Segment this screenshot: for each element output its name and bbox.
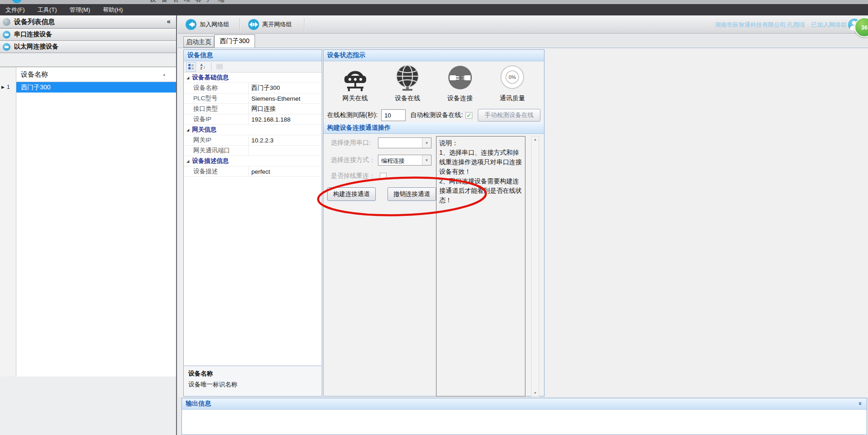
property-row[interactable]: 网关通讯端口 <box>184 146 322 156</box>
connect-mode-label: 选择连接方式： <box>331 156 378 164</box>
reconnect-row: 是否掉线重连： <box>331 172 387 180</box>
note-title: 说明： <box>439 138 522 148</box>
device-info-panel: 设备信息 AZ↓ <box>183 49 322 396</box>
online-detection-row: 在线检测间隔(秒): 自动检测设备在线: ✓ 手动检测设备在线 <box>327 108 541 122</box>
serial-device-icon <box>3 31 10 39</box>
device-name-column-header[interactable]: 设备名称 <box>16 67 176 82</box>
window-title: 设备管理客户端 <box>150 0 229 4</box>
build-channel-button[interactable]: 构建连接通道 <box>327 187 376 201</box>
leave-network-group-button[interactable]: 离开网络组 <box>244 18 295 31</box>
current-row-marker-icon: ▶ <box>1 85 5 89</box>
property-category[interactable]: ◢ 设备描述信息 <box>184 156 322 166</box>
serial-port-combobox[interactable]: ▼ <box>378 137 432 148</box>
collapse-triangle-icon[interactable]: ◢ <box>186 159 189 163</box>
ethernet-device-icon <box>3 43 10 51</box>
categorized-view-icon[interactable] <box>186 62 196 72</box>
row-gutter-cell: ▶ 1 <box>0 82 16 93</box>
note-line-1: 1、选择串口、连接方式和掉线重连操作选项只对串口连接设备有效！ <box>439 148 522 176</box>
collapse-sidebar-button[interactable]: « <box>167 17 171 25</box>
sidebar-header-label: 设备列表信息 <box>14 18 55 26</box>
row-indicator-gutter <box>0 67 16 376</box>
toolbar-separator <box>240 18 240 31</box>
network-joined-label: 已加入网络组 <box>811 21 847 29</box>
property-category[interactable]: ◢ 设备基础信息 <box>184 73 322 83</box>
property-category[interactable]: ◢ 网关信息 <box>184 125 322 135</box>
property-row[interactable]: 设备名称 西门子300 <box>184 83 322 93</box>
note-line-2: 2、网口连接设备需要构建连接通道后才能看到是否在线状态！ <box>439 176 522 205</box>
window-titlebar: 设备管理客户端 <box>0 0 868 4</box>
alphabetical-sort-icon[interactable]: AZ↓ <box>198 62 208 72</box>
toolbar-separator <box>211 63 211 71</box>
output-content <box>182 410 867 434</box>
device-table: 设备名称 ▲ ▶ 1 西门子300 <box>0 67 176 376</box>
scroll-down-icon[interactable]: ▼ <box>532 391 539 395</box>
connect-mode-combobox[interactable]: 编程连接 ▼ <box>378 155 432 166</box>
device-list-icon <box>3 18 10 26</box>
join-network-group-button[interactable]: 加入网络组 <box>181 18 233 31</box>
tab-content: 设备信息 AZ↓ <box>178 48 868 397</box>
quality-gauge-icon: 0% <box>498 64 526 92</box>
collapse-triangle-icon[interactable]: ◢ <box>186 128 189 132</box>
channel-buttons-row: 构建连接通道 撤销连接通道 <box>327 187 436 201</box>
indicator-device-connected: 设备连接 <box>435 62 485 112</box>
tab-home[interactable]: 启动主页 <box>183 36 214 48</box>
interval-label: 在线检测间隔(秒): <box>327 111 378 119</box>
menu-bar: 文件(F) 工具(T) 管理(M) 帮助(H) <box>0 4 868 15</box>
leave-network-icon <box>248 19 260 30</box>
chevron-down-icon[interactable]: ▼ <box>422 155 431 165</box>
tab-device[interactable]: 西门子300 <box>214 34 255 48</box>
output-panel: 输出信息 » <box>181 398 867 435</box>
property-row[interactable]: 网关IP 10.2.2.3 <box>184 135 322 146</box>
application-window: 设备管理客户端 文件(F) 工具(T) 管理(M) 帮助(H) 设备列表信息 «… <box>0 0 868 435</box>
company-user-label: 湖南华辰智通科技有限公司:孔雨绵 <box>715 21 805 29</box>
serial-port-label: 选择使用串口: <box>331 139 378 147</box>
reconnect-checkbox[interactable] <box>380 173 387 180</box>
menu-file[interactable]: 文件(F) <box>5 6 25 14</box>
session-status: 湖南华辰智通科技有限公司:孔雨绵 已加入网络组 <box>715 21 847 29</box>
revoke-channel-button[interactable]: 撤销连接通道 <box>387 187 436 201</box>
property-row[interactable]: 设备IP 192.168.1.188 <box>184 114 322 125</box>
property-row[interactable]: PLC型号 Siemens-Ethernet <box>184 93 322 104</box>
collapse-output-icon[interactable]: » <box>857 402 864 405</box>
sidebar-item-ethernet-devices[interactable]: 以太网连接设备 <box>0 41 176 53</box>
connect-mode-row: 选择连接方式： 编程连接 ▼ <box>331 155 432 166</box>
property-row[interactable]: 设备描述 perfect <box>184 166 322 177</box>
scroll-up-icon[interactable]: ▲ <box>532 137 539 142</box>
status-section-header: 设备状态指示 <box>324 50 544 61</box>
auto-detect-checkbox[interactable]: ✓ <box>466 112 472 119</box>
network-toolbar: 加入网络组 离开网络组 湖南华辰智通科技有限公司:孔雨绵 已加入网络组 36 <box>178 15 868 34</box>
collapse-triangle-icon[interactable]: ◢ <box>186 76 189 80</box>
sidebar-item-serial-devices[interactable]: 串口连接设备 <box>0 29 176 41</box>
instruction-note: 说明： 1、选择串口、连接方式和掉线重连操作选项只对串口连接设备有效！ 2、网口… <box>436 136 525 396</box>
table-row[interactable]: ▶ 1 西门子300 <box>0 82 176 93</box>
auto-detect-label: 自动检测设备在线: <box>410 111 463 119</box>
globe-icon <box>393 64 422 92</box>
device-row-selected[interactable]: 西门子300 <box>16 82 176 93</box>
property-pages-icon <box>215 62 225 72</box>
device-info-header: 设备信息 <box>184 50 322 61</box>
property-description-box: 设备名称 设备唯一标识名称 <box>184 366 321 396</box>
manual-detect-button[interactable]: 手动检测设备在线 <box>478 109 540 122</box>
indicator-comm-quality: 0% 通讯质量 <box>487 62 537 112</box>
tab-strip: 启动主页 西门子300 <box>178 34 868 48</box>
property-grid-toolbar: AZ↓ <box>184 61 322 73</box>
menu-tools[interactable]: 工具(T) <box>38 6 57 14</box>
gateway-icon <box>341 64 369 92</box>
toolbar-separator <box>304 18 304 31</box>
channel-section-header: 构建设备连接通道操作 <box>324 122 544 134</box>
device-status-panel: 设备状态指示 网关在线 <box>323 49 544 396</box>
menu-help[interactable]: 帮助(H) <box>103 6 123 14</box>
property-grid: ◢ 设备基础信息 设备名称 西门子300 PLC型号 Siemens-Ether… <box>184 73 322 177</box>
chevron-down-icon[interactable]: ▼ <box>422 138 431 148</box>
indicator-gateway-online: 网关在线 <box>330 62 380 112</box>
property-description-text: 设备唯一标识名称 <box>188 381 321 389</box>
reconnect-label: 是否掉线重连： <box>331 172 380 180</box>
property-row[interactable]: 接口类型 网口连接 <box>184 104 322 114</box>
note-scrollbar[interactable]: ▲ ▼ <box>531 136 539 396</box>
sort-ascending-icon: ▲ <box>162 73 166 77</box>
status-indicators: 网关在线 设备在线 <box>324 62 544 112</box>
output-header: 输出信息 » <box>182 398 867 410</box>
indicator-device-online: 设备在线 <box>383 62 432 112</box>
menu-manage[interactable]: 管理(M) <box>69 6 90 14</box>
interval-input[interactable] <box>381 109 406 121</box>
